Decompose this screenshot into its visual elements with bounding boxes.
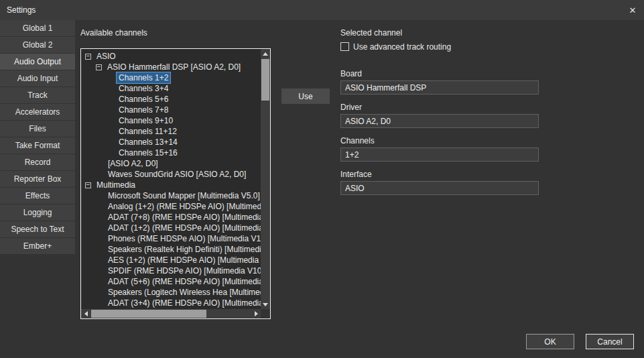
tree-item[interactable]: Microsoft Sound Mapper [Multimedia V5.0] — [81, 190, 261, 201]
scroll-right-icon — [255, 311, 258, 316]
selected-channel-label: Selected channel — [340, 28, 539, 38]
available-channels-label: Available channels — [80, 28, 147, 38]
channel-tree: −ASIO−ASIO Hammerfall DSP [ASIO A2, D0]C… — [81, 49, 261, 309]
collapse-icon[interactable]: − — [85, 182, 91, 188]
scroll-up-icon — [263, 52, 268, 56]
tree-item[interactable]: AES (1+2) (RME HDSPe AIO) [Multimedia V1… — [81, 255, 261, 265]
tree-item-label: ADAT (5+6) (RME HDSPe AIO) [Multimedia V… — [106, 276, 261, 287]
tree-item[interactable]: Speakers (Logitech Wireless Hea [Multime… — [81, 287, 261, 298]
tree-item-label: Channels 9+10 — [117, 115, 175, 126]
tree-item[interactable]: ADAT (1+2) (RME HDSPe AIO) [Multimedia V… — [81, 223, 261, 233]
tree-item-label: AES (1+2) (RME HDSPe AIO) [Multimedia V1… — [106, 255, 261, 265]
tree-item[interactable]: [ASIO A2, D0] — [81, 158, 261, 169]
tree-item[interactable]: ADAT (5+6) (RME HDSPe AIO) [Multimedia V… — [81, 276, 261, 287]
channels-input[interactable] — [340, 147, 539, 162]
sidebar-item-take-format[interactable]: Take Format — [0, 137, 75, 154]
tree-item-label: Channels 3+4 — [117, 83, 170, 94]
tree-item-label: Speakers (Realtek High Definiti) [Multim… — [106, 244, 261, 255]
tree-item[interactable]: Channels 13+14 — [81, 137, 261, 147]
channel-fields: BoardDriverChannelsInterface — [340, 69, 539, 195]
tree-item-label: Multimedia — [94, 180, 137, 190]
tree-item-label: Phones (RME HDSPe AIO) [Multimedia V10.0… — [106, 233, 261, 244]
cancel-button[interactable]: Cancel — [586, 334, 634, 349]
vertical-scrollbar[interactable] — [261, 49, 270, 309]
horizontal-scroll-thumb[interactable] — [91, 310, 206, 318]
advanced-routing-checkbox[interactable] — [340, 42, 349, 51]
tree-item[interactable]: Channels 11+12 — [81, 126, 261, 137]
tree-item[interactable]: Channels 5+6 — [81, 94, 261, 105]
scroll-right-button[interactable] — [251, 309, 261, 318]
tree-item[interactable]: Waves SoundGrid ASIO [ASIO A2, D0] — [81, 169, 261, 180]
scroll-down-button[interactable] — [261, 300, 270, 309]
tree-item-label: Channels 5+6 — [117, 94, 170, 105]
tree-item-label: ADAT (1+2) (RME HDSPe AIO) [Multimedia V… — [106, 223, 261, 233]
close-button[interactable]: ✕ — [621, 0, 644, 20]
tree-item[interactable]: Channels 3+4 — [81, 83, 261, 94]
tree-item[interactable]: −ASIO Hammerfall DSP [ASIO A2, D0] — [81, 62, 261, 72]
sidebar-item-logging[interactable]: Logging — [0, 204, 75, 221]
driver-input[interactable] — [340, 114, 539, 128]
tree-item[interactable]: −Multimedia — [81, 180, 261, 190]
tree-item-label: Channels 15+16 — [117, 147, 180, 158]
sidebar-item-ember-[interactable]: Ember+ — [0, 238, 75, 255]
driver-label: Driver — [340, 103, 539, 112]
tree-item-label: [ASIO A2, D0] — [106, 158, 160, 169]
tree-item-label: Analog (1+2) (RME HDSPe AIO) [Multimedia… — [106, 201, 261, 212]
tree-item-label: Channels 13+14 — [117, 137, 180, 147]
scroll-up-button[interactable] — [261, 49, 270, 58]
use-button[interactable]: Use — [281, 88, 330, 104]
scroll-down-icon — [263, 303, 268, 306]
tree-item[interactable]: Speakers (Realtek High Definiti) [Multim… — [81, 244, 261, 255]
tree-item-label: Channels 7+8 — [117, 105, 170, 115]
field-group: Driver — [340, 103, 539, 128]
tree-item[interactable]: SPDIF (RME HDSPe AIO) [Multimedia V10.0] — [81, 265, 261, 276]
sidebar-item-global-2[interactable]: Global 2 — [0, 37, 75, 54]
scroll-left-button[interactable] — [81, 309, 90, 318]
sidebar-item-effects[interactable]: Effects — [0, 188, 75, 204]
advanced-routing-row[interactable]: Use advanced track routing — [340, 42, 539, 52]
tree-item[interactable]: Channels 7+8 — [81, 105, 261, 115]
tree-item-label: SPDIF (RME HDSPe AIO) [Multimedia V10.0] — [106, 265, 261, 276]
tree-item-label: ADAT (3+4) (RME HDSPe AIO) [Multimedia V… — [106, 298, 261, 308]
sidebar-item-audio-output[interactable]: Audio Output — [0, 54, 75, 70]
sidebar-item-files[interactable]: Files — [0, 121, 75, 137]
interface-input[interactable] — [340, 181, 539, 195]
field-group: Channels — [340, 136, 539, 162]
tree-item[interactable]: Phones (RME HDSPe AIO) [Multimedia V10.0… — [81, 233, 261, 244]
sidebar-item-reporter-box[interactable]: Reporter Box — [0, 171, 75, 188]
sidebar-item-record[interactable]: Record — [0, 154, 75, 171]
tree-item-label: Microsoft Sound Mapper [Multimedia V5.0] — [106, 190, 261, 201]
tree-item[interactable]: Channels 9+10 — [81, 115, 261, 126]
field-group: Board — [340, 69, 539, 95]
field-group: Interface — [340, 170, 539, 195]
collapse-icon[interactable]: − — [85, 54, 91, 60]
window-title: Settings — [0, 5, 36, 15]
tree-item[interactable]: Analog (1+2) (RME HDSPe AIO) [Multimedia… — [81, 201, 261, 212]
tree-item[interactable]: Channels 15+16 — [81, 147, 261, 158]
tree-item[interactable]: −ASIO — [81, 51, 261, 62]
sidebar-item-speech-to-text[interactable]: Speech to Text — [0, 221, 75, 238]
tree-item-label: Channels 1+2 — [117, 72, 170, 83]
tree-item-label: ASIO Hammerfall DSP [ASIO A2, D0] — [105, 62, 243, 72]
ok-button[interactable]: OK — [526, 334, 574, 349]
board-input[interactable] — [340, 80, 539, 95]
sidebar-item-accelerators[interactable]: Accelerators — [0, 104, 75, 121]
advanced-routing-label: Use advanced track routing — [353, 42, 451, 52]
tree-item[interactable]: ADAT (3+4) (RME HDSPe AIO) [Multimedia V… — [81, 298, 261, 308]
sidebar-item-track[interactable]: Track — [0, 87, 75, 104]
tree-item-label: ASIO — [94, 51, 118, 62]
tree-item-label: Speakers (Logitech Wireless Hea [Multime… — [106, 287, 261, 298]
horizontal-scrollbar[interactable] — [81, 309, 261, 318]
tree-item-label: Waves SoundGrid ASIO [ASIO A2, D0] — [106, 169, 248, 180]
collapse-icon[interactable]: − — [96, 64, 102, 70]
scrollbar-corner — [261, 309, 270, 318]
close-icon: ✕ — [629, 5, 637, 15]
sidebar-item-audio-input[interactable]: Audio Input — [0, 70, 75, 87]
tree-item[interactable]: ADAT (7+8) (RME HDSPe AIO) [Multimedia V… — [81, 212, 261, 223]
tree-item[interactable]: Channels 1+2 — [81, 72, 261, 83]
selected-channel-panel: Selected channel Use advanced track rout… — [340, 28, 539, 195]
sidebar-item-global-1[interactable]: Global 1 — [0, 20, 75, 37]
vertical-scroll-thumb[interactable] — [261, 59, 269, 101]
sidebar: Global 1Global 2Audio OutputAudio InputT… — [0, 20, 75, 255]
board-label: Board — [340, 69, 539, 78]
